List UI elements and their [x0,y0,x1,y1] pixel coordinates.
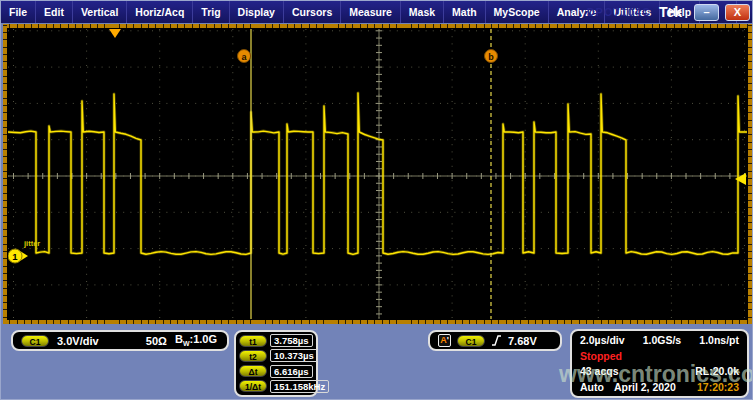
jitter-annotation: jitter [23,239,40,248]
titlebar-right: DPO7104C Tek – X [587,1,750,23]
menu-item-mask[interactable]: Mask [401,1,444,23]
acquisition-status-row: Stopped [580,350,739,362]
resolution-value: 1.0ns/pt [699,334,739,346]
channel-badge[interactable]: C1 [21,335,49,347]
cursor-a[interactable]: a [238,29,252,319]
timebase-value: 2.0µs/div [580,334,625,346]
record-length: RL:20.0k [695,365,739,377]
acquisition-status: Stopped [580,350,622,362]
graticule-area: a b 1 jitter [8,29,747,319]
horizontal-readout[interactable]: 2.0µs/div 1.0GS/s 1.0ns/pt Stopped 43 ac… [570,329,749,398]
graticule-left-ruler [3,24,7,324]
rising-edge-icon [491,334,502,347]
menubar: FileEditVerticalHoriz/AcqTrigDisplayCurs… [1,1,753,23]
sample-rate-value: 1.0GS/s [643,334,682,346]
trigger-readout[interactable]: A' C1 7.68V [428,330,562,351]
t2-value: 10.373µs [270,349,318,362]
menu-item-math[interactable]: Math [444,1,486,23]
cursor-row-t1: t1 3.758µs [239,334,313,347]
minimize-button[interactable]: – [694,4,719,21]
channel-readout[interactable]: C1 3.0V/div 50Ω BW:1.0G [11,330,229,351]
timebase-row: 2.0µs/div 1.0GS/s 1.0ns/pt [580,334,739,346]
readout-panel: C1 3.0V/div 50Ω BW:1.0G t1 3.758µs t2 10… [1,324,753,400]
t1-badge: t1 [239,335,267,347]
menu-item-edit[interactable]: Edit [36,1,73,23]
vertical-scale-value: 3.0V/div [57,335,99,347]
inv-dt-value: 151.158kHz [270,380,329,393]
menu-item-cursors[interactable]: Cursors [284,1,341,23]
trigger-position-marker-icon[interactable] [109,29,121,38]
date-value: April 2, 2020 [614,381,676,393]
menu-item-myscope[interactable]: MyScope [486,1,549,23]
cursor-readout[interactable]: t1 3.758µs t2 10.373µs Δt 6.616µs 1/Δt 1… [234,330,318,397]
cursor-row-t2: t2 10.373µs [239,349,313,362]
scope-model-label: DPO7104C [587,6,651,18]
dt-badge: Δt [239,365,267,377]
menu-item-display[interactable]: Display [230,1,284,23]
cursor-row-inv-dt: 1/Δt 151.158kHz [239,380,313,393]
graticule-right-ruler [748,24,752,324]
dt-value: 6.616µs [270,365,313,378]
cursor-row-dt: Δt 6.616µs [239,365,313,378]
close-button[interactable]: X [725,4,750,21]
datetime-row: Auto April 2, 2020 17:20:23 [580,381,739,393]
menu-item-file[interactable]: File [1,1,36,23]
menu-item-horiz-acq[interactable]: Horiz/Acq [127,1,193,23]
t1-value: 3.758µs [270,334,313,347]
channel1-trace [8,93,747,254]
trigger-a-badge: A' [438,334,451,347]
graticule-top-ruler [3,24,752,28]
bandwidth-value: BW:1.0G [175,333,217,347]
impedance-value: 50Ω [146,335,167,347]
t2-badge: t2 [239,350,267,362]
inv-dt-badge: 1/Δt [239,380,267,392]
trigger-level-value: 7.68V [508,335,537,347]
menu-item-trig[interactable]: Trig [193,1,229,23]
oscilloscope-window: FileEditVerticalHoriz/AcqTrigDisplayCurs… [0,0,753,400]
svg-text:b: b [488,52,494,62]
grid [8,29,747,319]
acquisition-count-row: 43 acqs RL:20.0k [580,365,739,377]
trigger-mode: Auto [580,381,604,393]
menu-item-measure[interactable]: Measure [341,1,401,23]
acquisition-count: 43 acqs [580,365,619,377]
channel1-reference-marker[interactable]: 1 [8,249,28,263]
time-value: 17:20:23 [697,381,739,393]
waveform-display: a b 1 jitter [3,24,752,324]
svg-text:1: 1 [12,251,18,262]
menu-item-vertical[interactable]: Vertical [73,1,127,23]
tek-logo: Tek [659,4,682,20]
trigger-source-badge: C1 [457,335,485,347]
